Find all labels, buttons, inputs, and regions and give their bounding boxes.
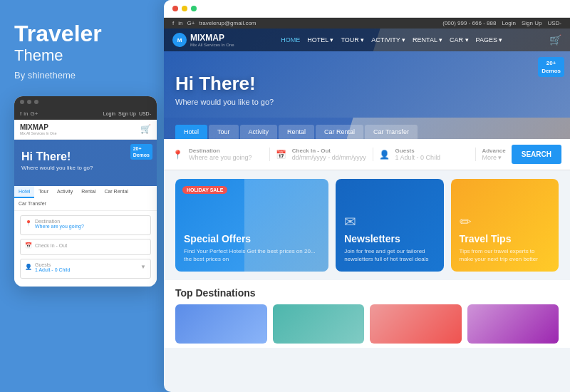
newsletters-desc: Join for free and get our tailored newsl… [344,247,435,263]
mobile-tabs: Hotel Tour Activity Rental Car Rental Ca… [14,186,157,211]
nav-link-tour[interactable]: TOUR ▾ [341,36,364,43]
mobile-logo: MIXMAP Mix All Services In One [20,123,56,135]
nav-link-car[interactable]: CAR ▾ [450,36,469,43]
newsletters-title: Newsletters [344,233,435,245]
destinations-section: Top Destinations [164,280,570,348]
mobile-guests-value: 1 Adult - 0 Child [35,267,138,272]
site-topbar: f in G+ travelerup@gmail.com (000) 999 -… [164,18,570,29]
hero-title: Hi There! [175,73,559,95]
mobile-checkin-field[interactable]: 📅 Check In - Out [20,239,151,255]
mobile-guests-field[interactable]: 👤 Guests 1 Adult - 0 Child ▼ [20,259,151,279]
guests-icon: 👤 [379,150,390,160]
advance-value: More ▾ [482,154,505,161]
destination-card-2[interactable] [273,304,365,344]
search-button[interactable]: SEARCH [512,145,561,164]
mobile-tab-tour[interactable]: Tour [34,186,53,198]
destinations-title: Top Destinations [175,287,559,299]
mobile-currency-link[interactable]: USD- [139,111,151,116]
site-logo-tagline: Mix All Services In One [190,43,234,47]
topbar-gplus-icon[interactable]: G+ [187,20,195,26]
desktop-content: f in G+ travelerup@gmail.com (000) 999 -… [164,18,570,392]
newsletters-card[interactable]: ✉ Newsletters Join for free and get our … [336,179,443,272]
topbar-facebook-icon[interactable]: f [172,20,174,26]
calendar-icon: 📅 [25,242,32,249]
travel-tips-desc: Tips from our travel experts to make you… [460,247,550,263]
destination-card-1[interactable] [175,304,267,344]
destination-card-3[interactable] [370,304,462,344]
mobile-demos-badge: 20+Demos [130,144,152,160]
browser-dot-red [172,6,178,11]
mobile-tab-hotel[interactable]: Hotel [14,186,34,198]
brand-title: Traveler Theme By shinetheme [14,21,150,81]
destination-search-field[interactable]: Destination Where are you going? [189,148,270,161]
advance-field[interactable]: Advance More ▾ [482,148,505,161]
nav-link-rental[interactable]: RENTAL ▾ [413,36,442,43]
mobile-logo-text: MIXMAP [20,123,56,131]
mobile-tab-car-transfer[interactable]: Car Transfer [14,198,51,210]
destinations-row [175,304,559,344]
mobile-signup-link[interactable]: Sign Up [118,111,136,116]
mobile-cart-icon[interactable]: 🛒 [140,124,151,134]
hero-subtitle: Where would you like to go? [175,98,559,106]
mobile-tab-rental[interactable]: Rental [77,186,100,198]
mobile-destination-value: Where are you going? [35,224,84,229]
mobile-guests-label: Guests [35,262,138,267]
mobile-tab-activity[interactable]: Activity [53,186,77,198]
topbar-signup-link[interactable]: Sign Up [522,20,542,26]
destination-pin-icon: 📍 [172,150,183,160]
mobile-nav-links: Login Sign Up USD- [103,111,151,116]
right-panel: f in G+ travelerup@gmail.com (000) 999 -… [164,0,570,392]
advance-label: Advance [482,148,505,154]
travel-tips-title: Travel Tips [460,233,550,245]
mobile-social-icons: f in G+ [20,110,38,117]
destination-card-4[interactable] [467,304,559,344]
nav-link-home[interactable]: HOME [281,36,300,43]
topbar-login-link[interactable]: Login [502,20,516,26]
brand-by-text: By shinetheme [14,70,150,81]
nav-link-activity[interactable]: ACTIVITY ▾ [371,36,405,43]
special-offers-card[interactable]: HOLIDAY SALE Special Offers Find Your Pe… [175,179,328,272]
search-bar: 📍 Destination Where are you going? 📅 Che… [164,139,570,170]
checkin-label: Check In - Out [292,148,367,154]
search-tab-tour[interactable]: Tour [209,125,239,139]
site-logo: M MIXMAP Mix All Services In One [172,33,234,47]
browser-dot-yellow [182,6,187,11]
newsletter-icon: ✉ [344,213,435,230]
search-tabs: Hotel Tour Activity Rental Car Rental Ca… [164,125,570,139]
mobile-login-link[interactable]: Login [103,111,115,116]
search-tab-car-rental[interactable]: Car Rental [316,125,363,139]
mobile-checkin-label: Check In - Out [35,243,67,248]
mobile-mockup: f in G+ Login Sign Up USD- MIXMAP Mix Al… [14,96,157,287]
search-tab-hotel[interactable]: Hotel [175,125,207,139]
checkin-field[interactable]: Check In - Out dd/mm/yyyy - dd/mm/yyyy [292,148,373,161]
mobile-logo-tagline: Mix All Services In One [20,131,56,135]
topbar-currency-link[interactable]: USD- [547,20,561,26]
nav-link-pages[interactable]: PAGES ▾ [476,36,503,43]
site-navbar: M MIXMAP Mix All Services In One HOME HO… [164,29,570,51]
mobile-header-bar: f in G+ Login Sign Up USD- [14,108,157,120]
mobile-dot-3 [34,100,38,104]
search-tab-rental[interactable]: Rental [279,125,314,139]
topbar-linkedin-icon[interactable]: in [178,20,182,26]
search-tab-activity[interactable]: Activity [240,125,278,139]
browser-dot-green [191,6,197,11]
mobile-hero-subtitle: Where would you like to go? [21,165,150,171]
logo-icon: M [172,33,187,47]
topbar-phone: (000) 999 - 666 - 888 [442,20,496,26]
nav-link-hotel[interactable]: HOTEL ▾ [307,36,333,43]
mobile-destination-label: Destination [35,219,84,224]
guests-label: Guests [395,148,470,154]
cards-row: HOLIDAY SALE Special Offers Find Your Pe… [164,170,570,280]
mobile-destination-field[interactable]: 📍 Destination Where are you going? [20,215,151,235]
search-tab-car-transfer[interactable]: Car Transfer [365,125,418,139]
mobile-search-form: 📍 Destination Where are you going? 📅 Che… [14,211,157,287]
chevron-down-icon: ▼ [140,264,146,270]
mobile-dot-2 [27,100,31,104]
site-topbar-right: (000) 999 - 666 - 888 Login Sign Up USD- [442,20,561,26]
destination-placeholder: Where are you going? [189,154,264,161]
tips-icon: ✏ [460,213,550,230]
guests-field[interactable]: Guests 1 Adult - 0 Child [395,148,477,161]
travel-tips-card[interactable]: ✏ Travel Tips Tips from our travel exper… [451,179,559,272]
mobile-tab-car-rental[interactable]: Car Rental [100,186,132,198]
cart-icon[interactable]: 🛒 [549,34,561,46]
